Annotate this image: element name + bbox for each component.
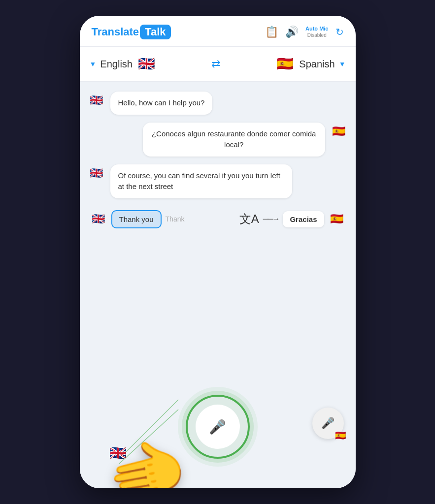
phone-container: TranslateTalk 📋 🔊 Auto Mic Disabled ↻ ▼ … <box>80 16 356 488</box>
hand-icon: 🫱 <box>101 427 193 488</box>
message-text: Hello, how can I help you? <box>118 98 205 107</box>
app-header: TranslateTalk 📋 🔊 Auto Mic Disabled ↻ <box>80 16 356 47</box>
right-mic-icon: 🎤 <box>321 417 335 430</box>
source-lang-name: English <box>100 59 133 70</box>
message-text: Of course, you can find several if you y… <box>118 171 280 191</box>
translation-input[interactable]: Thank you <box>111 210 162 228</box>
translation-arrow-icon: ──→ <box>263 215 279 223</box>
language-bar: ▼ English 🇬🇧 ⇄ 🇪🇸 Spanish ▼ <box>80 47 356 82</box>
logo-translate-text: Translate <box>92 26 139 38</box>
swap-languages-icon[interactable]: ⇄ <box>211 58 220 70</box>
message-text: ¿Conoces algun restaurante donde comer c… <box>152 129 316 149</box>
auto-mic-status: Disabled <box>307 32 327 38</box>
auto-mic-badge: Auto Mic Disabled <box>305 26 328 38</box>
translation-result-text: Gracias <box>290 215 317 223</box>
auto-mic-label: Auto Mic <box>305 26 328 32</box>
message-row: 🇬🇧 Of course, you can find several if yo… <box>88 164 348 198</box>
source-flag: 🇬🇧 <box>136 54 157 74</box>
translation-row: 🇬🇧 Thank you Thank 文A ──→ Gracias 🇪🇸 <box>88 206 348 232</box>
right-flag-badge: 🇪🇸 <box>335 430 346 441</box>
target-lang-selector[interactable]: 🇪🇸 Spanish ▼ <box>274 54 345 74</box>
message-bubble: Hello, how can I help you? <box>110 92 213 115</box>
target-flag: 🇪🇸 <box>274 54 295 74</box>
translation-target-flag: 🇪🇸 <box>328 210 346 228</box>
translation-placeholder: Thank <box>166 215 235 223</box>
message-flag: 🇬🇧 <box>88 92 105 109</box>
volume-icon[interactable]: 🔊 <box>285 26 299 38</box>
logo-talk-text: Talk <box>140 25 170 39</box>
right-mic-container[interactable]: 🎤 🇪🇸 <box>312 408 344 439</box>
bottom-mic-area: 🎤 🇬🇧 🫱 🎤 🇪🇸 <box>80 311 356 488</box>
target-chevron-icon: ▼ <box>339 60 346 68</box>
message-row: 🇪🇸 ¿Conoces algun restaurante donde come… <box>88 123 348 157</box>
target-lang-name: Spanish <box>299 59 335 70</box>
translation-source-flag: 🇬🇧 <box>90 210 107 228</box>
chat-area: 🇬🇧 Hello, how can I help you? 🇪🇸 ¿Conoce… <box>80 82 356 311</box>
refresh-icon[interactable]: ↻ <box>335 26 344 38</box>
mic-icon: 🎤 <box>209 419 226 435</box>
hand-gesture: 🫱 <box>107 433 187 488</box>
right-mic-circle: 🎤 🇪🇸 <box>312 408 344 439</box>
copy-icon[interactable]: 📋 <box>265 26 278 38</box>
message-bubble: ¿Conoces algun restaurante donde comer c… <box>143 123 325 157</box>
message-row: 🇬🇧 Hello, how can I help you? <box>88 92 348 115</box>
main-mic-container: 🎤 <box>186 395 250 459</box>
app-logo: TranslateTalk <box>92 25 171 39</box>
translate-icon[interactable]: 文A <box>239 211 259 227</box>
header-actions: 📋 🔊 Auto Mic Disabled ↻ <box>265 26 343 38</box>
mic-ring[interactable]: 🎤 <box>186 395 250 459</box>
message-flag: 🇪🇸 <box>330 123 348 140</box>
source-chevron-icon: ▼ <box>90 60 97 68</box>
source-lang-selector[interactable]: ▼ English 🇬🇧 <box>90 54 157 74</box>
message-flag: 🇬🇧 <box>88 164 105 182</box>
translation-result: Gracias <box>283 211 324 227</box>
message-bubble: Of course, you can find several if you y… <box>110 164 293 198</box>
mic-circle-inner: 🎤 <box>196 405 240 449</box>
translation-input-text: Thank you <box>119 215 154 223</box>
